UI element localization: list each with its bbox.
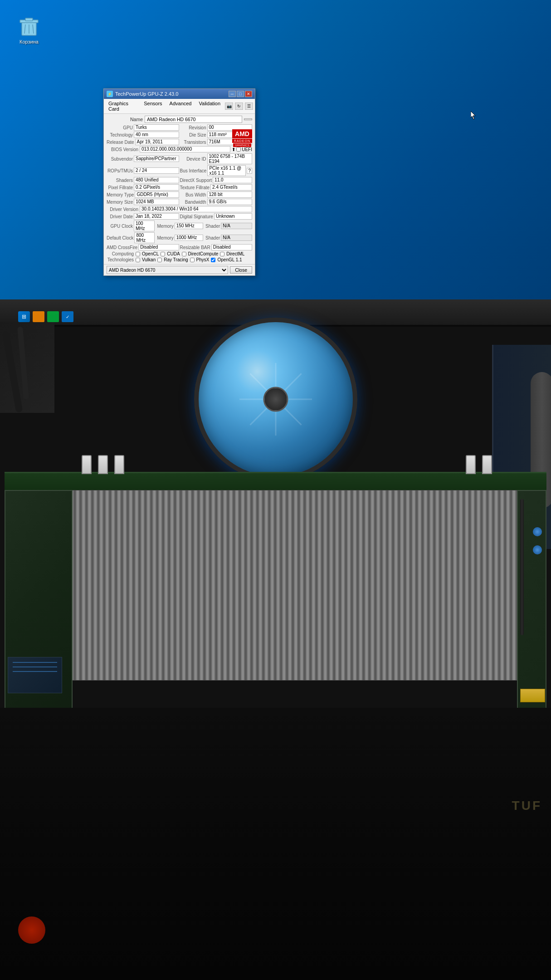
default-shader-value: N/A <box>221 235 252 241</box>
driver-version-label: Driver Version <box>107 207 138 212</box>
vulkan-checkbox[interactable] <box>136 258 140 262</box>
connector-1 <box>82 455 92 474</box>
menu-button[interactable]: ☰ <box>245 103 253 110</box>
computing-label: Computing <box>107 251 134 256</box>
memory-clock-label: Memory <box>156 224 174 229</box>
bandwidth-label: Bandwidth <box>180 200 206 205</box>
default-memory-pair: Memory 1000 MHz <box>156 232 204 243</box>
shaders-value: 480 Unified <box>134 177 179 183</box>
window-titlebar: ⚡ TechPowerUp GPU-Z 2.43.0 ─ □ ✕ <box>104 89 255 99</box>
gpu-clock-label: GPU Clock <box>107 224 133 229</box>
svg-rect-2 <box>25 18 33 21</box>
device-id-label: Device ID <box>180 157 206 162</box>
refresh-button[interactable]: ↻ <box>235 103 243 110</box>
memory-clock-value: 150 MHz <box>175 223 204 229</box>
bottom-bar: AMD Radeon HD 6670 Close <box>104 264 255 275</box>
name-row: Name <box>107 116 252 123</box>
rops-tmus-value: 2 / 24 <box>134 167 179 174</box>
menu-validation[interactable]: Validation <box>196 100 224 113</box>
lookup-button[interactable] <box>244 118 252 120</box>
rbar-label: Resizable BAR <box>180 245 210 250</box>
bandwidth-value: 9.6 GB/s <box>207 199 253 205</box>
directml-checkbox[interactable] <box>220 252 224 256</box>
mouse-cursor <box>471 111 476 119</box>
bus-width-label: Bus Width <box>180 192 206 197</box>
computing-row: Computing OpenCL CUDA DirectCompute Dire… <box>107 251 252 256</box>
gpu-connectors <box>82 455 124 474</box>
directx-value: 11.0 <box>213 177 252 183</box>
gpuz-window: ⚡ TechPowerUp GPU-Z 2.43.0 ─ □ ✕ Graphic… <box>103 88 255 276</box>
driver-date-label: Driver Date <box>107 214 133 219</box>
gpu-clock-value: 100 MHz <box>134 220 155 231</box>
maximize-button[interactable]: □ <box>237 91 244 97</box>
rops-pair: ROPs/TMUs 2 / 24 <box>107 165 179 176</box>
cuda-checkbox[interactable] <box>161 252 165 256</box>
subvendor-pair: Subvendor Sapphire/PCPartner <box>107 153 179 164</box>
radeon-text: RADEON <box>232 139 252 143</box>
opengl-checkbox[interactable] <box>211 258 215 262</box>
vulkan-label: Vulkan <box>142 257 156 262</box>
connector-right-2 <box>482 455 492 474</box>
subvendor-value: Sapphire/PCPartner <box>134 156 179 162</box>
menu-graphics-card[interactable]: Graphics Card <box>106 100 139 113</box>
driver-date-value: Jan 18, 2022 <box>134 213 179 220</box>
gpu-pair: GPU Turks <box>107 124 179 131</box>
memory-type-pair: Memory Type GDDR5 (Hynix) <box>107 191 179 198</box>
amd-logo: AMD RADEON GRAPHICS <box>232 129 252 147</box>
memory-size-value: 1024 MB <box>134 199 179 205</box>
ray-tracing-checkbox[interactable] <box>157 258 162 262</box>
window-controls: ─ □ ✕ <box>229 91 252 97</box>
connector-2 <box>98 455 108 474</box>
technologies-checkboxes: Vulkan Ray Tracing PhysX OpenGL 1.1 <box>136 257 242 262</box>
physx-label: PhysX <box>196 257 210 262</box>
taskbar-icon-3: ✓ <box>62 311 73 322</box>
bus-interface-label: Bus Interface <box>180 168 207 173</box>
recycle-bin-label: Корзина <box>20 39 39 44</box>
release-date-value: Apr 19, 2011 <box>135 139 179 145</box>
technology-label: Technology <box>107 132 133 137</box>
revision-label: Revision <box>180 125 206 130</box>
gpu-fan-container <box>194 318 357 481</box>
technologies-row: Technologies Vulkan Ray Tracing PhysX Op… <box>107 257 252 262</box>
uefi-checkbox[interactable] <box>236 147 241 152</box>
uefi-label: UEFI <box>242 147 252 152</box>
physx-checkbox[interactable] <box>190 258 195 262</box>
directcompute-checkbox[interactable] <box>182 252 186 256</box>
opencl-checkbox[interactable] <box>136 252 140 256</box>
driver-version-row: Driver Version 30.0.14023.3004 / Win10 6… <box>107 206 252 212</box>
menu-icon-group: 📷 ↻ ☰ <box>225 100 253 113</box>
recycle-bin-icon[interactable]: Корзина <box>18 14 40 44</box>
small-component-blue-1 <box>533 527 542 536</box>
default-clock-label: Default Clock <box>107 235 133 240</box>
minimize-button[interactable]: ─ <box>229 91 236 97</box>
name-value[interactable] <box>145 116 242 123</box>
titlebar-left: ⚡ TechPowerUp GPU-Z 2.43.0 <box>107 91 178 97</box>
gpu-fan <box>194 318 357 481</box>
directx-label: DirectX Support <box>180 178 212 183</box>
directcompute-label: DirectCompute <box>188 251 219 256</box>
device-id-value: 1002 6758 - 174B E194 <box>207 153 253 164</box>
cable-area-left <box>0 322 54 413</box>
pixel-fillrate-pair: Pixel Fillrate 0.2 GPixel/s <box>107 184 179 191</box>
camera-button[interactable]: 📷 <box>225 103 233 110</box>
app-icon: ⚡ <box>107 91 113 97</box>
window-close-button[interactable]: ✕ <box>245 91 252 97</box>
gpu-revision-row: GPU Turks Revision 00 <box>107 124 252 131</box>
asus-tuf-text: TUF <box>512 799 542 813</box>
texture-fillrate-value: 2.4 GTexel/s <box>210 184 252 191</box>
subvendor-label: Subvendor <box>107 157 133 162</box>
cuda-label: CUDA <box>167 251 180 256</box>
menu-advanced[interactable]: Advanced <box>167 100 195 113</box>
driver-date-row: Driver Date Jan 18, 2022 Digital Signatu… <box>107 213 252 220</box>
ray-tracing-label: Ray Tracing <box>164 257 188 262</box>
small-component-board <box>8 657 62 693</box>
close-button[interactable]: Close <box>230 266 252 274</box>
bus-interface-help[interactable]: ? <box>247 168 252 174</box>
fillrate-row: Pixel Fillrate 0.2 GPixel/s Texture Fill… <box>107 184 252 191</box>
opencl-label: OpenCL <box>142 251 159 256</box>
gpu-selector[interactable]: AMD Radeon HD 6670 <box>107 266 228 274</box>
menu-sensors[interactable]: Sensors <box>141 100 165 113</box>
driver-date-pair: Driver Date Jan 18, 2022 <box>107 213 179 220</box>
heatsink-fins <box>70 490 524 681</box>
memory-type-row: Memory Type GDDR5 (Hynix) Bus Width 128 … <box>107 191 252 198</box>
